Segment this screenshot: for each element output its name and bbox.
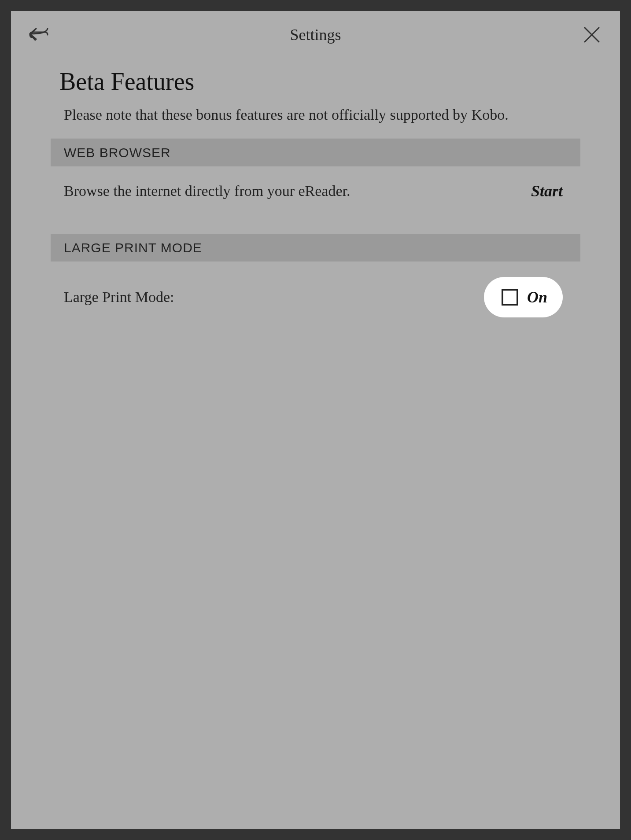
- web-browser-start-button[interactable]: Start: [531, 182, 563, 200]
- back-button[interactable]: [29, 24, 50, 45]
- web-browser-row: Browse the internet directly from your e…: [51, 166, 580, 216]
- section-header-large-print: LARGE PRINT MODE: [51, 234, 580, 262]
- close-button[interactable]: [581, 24, 602, 45]
- large-print-row: Large Print Mode: On: [51, 262, 580, 333]
- back-arrow-icon: [29, 26, 49, 44]
- settings-screen: Settings Beta Features Please note that …: [11, 11, 620, 829]
- section-header-web-browser: WEB BROWSER: [51, 139, 580, 166]
- large-print-toggle[interactable]: On: [484, 277, 563, 317]
- toggle-label: On: [527, 288, 547, 306]
- web-browser-description: Browse the internet directly from your e…: [64, 183, 351, 199]
- header-bar: Settings: [11, 11, 620, 54]
- page-title: Beta Features: [11, 67, 620, 104]
- spacer: [11, 216, 620, 234]
- large-print-label: Large Print Mode:: [64, 289, 174, 306]
- close-icon: [584, 27, 600, 43]
- page-subtitle: Please note that these bonus features ar…: [11, 104, 620, 139]
- checkbox-icon: [502, 289, 518, 306]
- header-title: Settings: [290, 26, 341, 44]
- content-area: Beta Features Please note that these bon…: [11, 54, 620, 333]
